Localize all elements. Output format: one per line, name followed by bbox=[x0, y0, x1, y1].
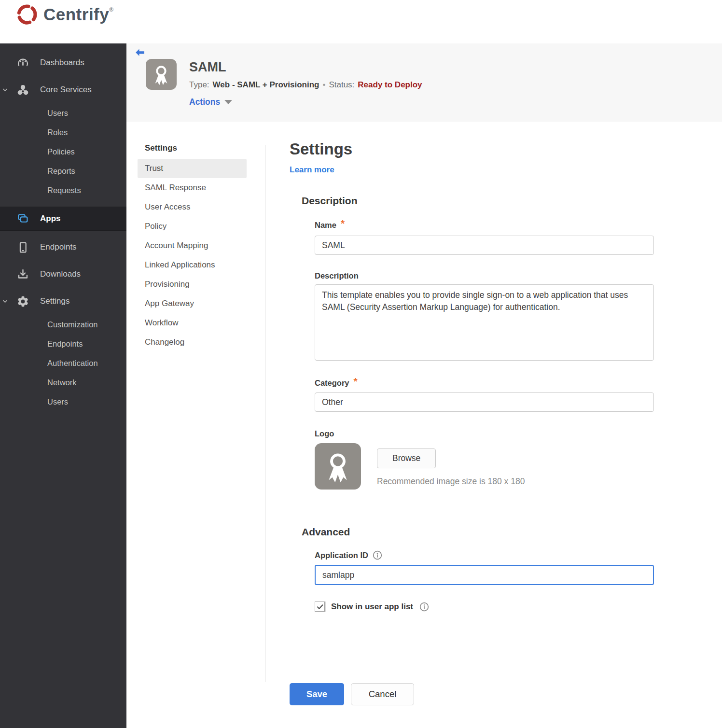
sidebar-item-network[interactable]: Network bbox=[0, 373, 126, 392]
sidebar-item-roles[interactable]: Roles bbox=[0, 123, 126, 142]
settings-subnav: Settings Trust SAML Response User Access… bbox=[138, 142, 247, 352]
apps-icon bbox=[16, 212, 29, 225]
sidebar-item-reports[interactable]: Reports bbox=[0, 161, 126, 181]
type-label: Type: bbox=[189, 80, 209, 90]
chevron-down-icon bbox=[1, 86, 9, 94]
sidebar-item-label: Dashboards bbox=[40, 58, 84, 68]
sidebar-item-label: Endpoints bbox=[40, 242, 77, 252]
browse-button[interactable]: Browse bbox=[377, 448, 436, 468]
page-title: Settings bbox=[290, 140, 655, 158]
actions-dropdown[interactable]: Actions bbox=[189, 97, 422, 107]
back-arrow-icon[interactable] bbox=[134, 47, 146, 58]
subnav-item-policy[interactable]: Policy bbox=[138, 217, 247, 236]
logo-size-hint: Recommended image size is 180 x 180 bbox=[377, 476, 525, 487]
core-services-icon bbox=[16, 84, 29, 97]
category-label: Category * bbox=[315, 377, 655, 389]
sidebar-item-core-services[interactable]: Core Services bbox=[0, 76, 126, 103]
app-header-band: SAML Type: Web - SAML + Provisioning • S… bbox=[126, 43, 722, 122]
sidebar-item-requests[interactable]: Requests bbox=[0, 181, 126, 200]
caret-down-icon bbox=[224, 100, 232, 104]
subnav-item-workflow[interactable]: Workflow bbox=[138, 313, 247, 333]
settings-panel: Settings Learn more Description Name * D… bbox=[290, 140, 655, 705]
app-meta: Type: Web - SAML + Provisioning • Status… bbox=[189, 80, 422, 90]
type-value: Web - SAML + Provisioning bbox=[213, 80, 319, 90]
description-label: Description bbox=[315, 271, 655, 280]
tablet-icon bbox=[16, 241, 29, 254]
actions-label: Actions bbox=[189, 97, 220, 107]
application-id-label: Application ID bbox=[315, 550, 655, 560]
subnav-item-account-mapping[interactable]: Account Mapping bbox=[138, 236, 247, 255]
sidebar-item-settings[interactable]: Settings bbox=[0, 288, 126, 315]
sidebar-item-endpoints[interactable]: Endpoints bbox=[0, 234, 126, 261]
save-button[interactable]: Save bbox=[290, 683, 344, 705]
show-in-user-app-list-checkbox[interactable] bbox=[315, 602, 325, 612]
vertical-divider bbox=[265, 145, 265, 682]
logo-label: Logo bbox=[315, 429, 655, 438]
status-value: Ready to Deploy bbox=[358, 80, 422, 90]
sidebar-item-users[interactable]: Users bbox=[0, 103, 126, 123]
required-asterisk: * bbox=[354, 376, 358, 387]
name-label: Name * bbox=[315, 219, 655, 231]
app-logo-ribbon-icon bbox=[146, 59, 177, 90]
sidebar-item-apps[interactable]: Apps bbox=[0, 207, 126, 231]
centrify-swirl-icon bbox=[15, 3, 39, 26]
subnav-item-app-gateway[interactable]: App Gateway bbox=[138, 294, 247, 313]
required-asterisk: * bbox=[341, 218, 345, 229]
logo-ribbon-icon bbox=[315, 443, 361, 490]
sidebar-item-downloads[interactable]: Downloads bbox=[0, 261, 126, 288]
brand-name: Centrify® bbox=[43, 5, 114, 24]
subnav-item-saml-response[interactable]: SAML Response bbox=[138, 178, 247, 197]
separator-dot: • bbox=[322, 80, 325, 90]
description-section-heading: Description bbox=[302, 195, 655, 207]
info-icon[interactable] bbox=[373, 550, 382, 560]
description-textarea[interactable]: This template enables you to provide sin… bbox=[315, 284, 654, 361]
sidebar: Dashboards Core Services Users Roles Pol… bbox=[0, 43, 126, 728]
application-id-input[interactable] bbox=[315, 565, 654, 585]
subnav-item-user-access[interactable]: User Access bbox=[138, 197, 247, 217]
chevron-down-icon bbox=[1, 298, 9, 305]
top-bar: Centrify® bbox=[0, 0, 722, 43]
sidebar-item-policies[interactable]: Policies bbox=[0, 142, 126, 161]
sidebar-item-settings-users[interactable]: Users bbox=[0, 392, 126, 411]
status-label: Status: bbox=[329, 80, 354, 90]
sidebar-item-authentication[interactable]: Authentication bbox=[0, 353, 126, 373]
name-input[interactable] bbox=[315, 236, 654, 255]
sidebar-item-settings-endpoints[interactable]: Endpoints bbox=[0, 334, 126, 353]
app-title: SAML bbox=[189, 60, 422, 75]
info-icon[interactable] bbox=[419, 602, 429, 612]
cancel-button[interactable]: Cancel bbox=[351, 683, 414, 705]
sidebar-item-customization[interactable]: Customization bbox=[0, 315, 126, 334]
subnav-item-changelog[interactable]: Changelog bbox=[138, 333, 247, 352]
subnav-heading: Settings bbox=[138, 142, 247, 159]
registered-mark: ® bbox=[109, 6, 113, 13]
advanced-section-heading: Advanced bbox=[302, 526, 655, 538]
subnav-item-linked-applications[interactable]: Linked Applications bbox=[138, 255, 247, 275]
gauge-icon bbox=[16, 56, 29, 70]
subnav-item-trust[interactable]: Trust bbox=[138, 159, 247, 178]
learn-more-link[interactable]: Learn more bbox=[290, 165, 334, 175]
brand-logo: Centrify® bbox=[15, 3, 114, 26]
sidebar-item-label: Apps bbox=[40, 214, 61, 224]
sidebar-item-label: Downloads bbox=[40, 269, 81, 279]
show-in-user-app-list-label: Show in user app list bbox=[331, 602, 413, 612]
gear-icon bbox=[16, 295, 29, 308]
category-input[interactable] bbox=[315, 392, 654, 412]
subnav-item-provisioning[interactable]: Provisioning bbox=[138, 275, 247, 294]
sidebar-item-dashboards[interactable]: Dashboards bbox=[0, 49, 126, 76]
sidebar-item-label: Settings bbox=[40, 296, 69, 306]
download-icon bbox=[16, 268, 29, 281]
sidebar-item-label: Core Services bbox=[40, 85, 92, 95]
